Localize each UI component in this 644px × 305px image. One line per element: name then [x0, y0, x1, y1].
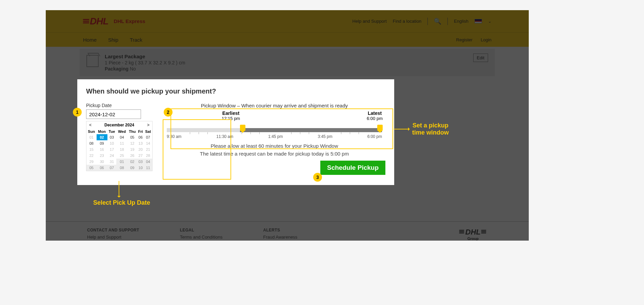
calendar-day[interactable]: 02 [97, 134, 107, 140]
calendar-day[interactable]: 06 [97, 165, 107, 171]
pickup-date-label: Pickup Date [86, 103, 154, 108]
calendar-day[interactable]: 28 [144, 152, 152, 159]
calendar-day[interactable]: 04 [116, 134, 127, 140]
calendar-month: December 2024 [104, 123, 134, 127]
calendar: < December 2024 > SunMonTueWedThuFriSat0… [86, 121, 153, 171]
calendar-day[interactable]: 08 [116, 165, 127, 171]
calendar-day[interactable]: 29 [86, 159, 97, 165]
calendar-day[interactable]: 02 [127, 159, 137, 165]
annotation-marker-3: 3 [313, 173, 322, 182]
calendar-day[interactable]: 31 [107, 159, 117, 165]
annotation-marker-2: 2 [164, 108, 173, 117]
calendar-day[interactable]: 22 [86, 152, 97, 159]
calendar-day[interactable]: 24 [107, 152, 117, 159]
calendar-day[interactable]: 19 [127, 146, 137, 152]
calendar-day[interactable]: 11 [144, 165, 152, 171]
calendar-day[interactable]: 10 [107, 140, 117, 146]
schedule-pickup-button[interactable]: Schedule Pickup [320, 161, 385, 175]
calendar-day[interactable]: 09 [97, 140, 107, 146]
calendar-day[interactable]: 08 [86, 140, 97, 146]
calendar-day[interactable]: 21 [144, 146, 152, 152]
calendar-day[interactable]: 14 [144, 140, 152, 146]
calendar-day[interactable]: 07 [107, 165, 117, 171]
modal-title: When should we pickup your shipment? [86, 87, 385, 95]
calendar-day[interactable]: 12 [127, 140, 137, 146]
pickup-date-input[interactable] [86, 109, 141, 119]
arrow-right-icon [394, 129, 409, 129]
annotation-select-date: Select Pick Up Date [93, 199, 150, 206]
calendar-day[interactable]: 10 [137, 165, 144, 171]
calendar-day[interactable]: 26 [127, 152, 137, 159]
calendar-day[interactable]: 01 [86, 134, 97, 140]
calendar-day[interactable]: 20 [137, 146, 144, 152]
calendar-day[interactable]: 11 [116, 140, 127, 146]
calendar-next[interactable]: > [147, 123, 149, 127]
calendar-day[interactable]: 27 [137, 152, 144, 159]
calendar-day[interactable]: 25 [116, 152, 127, 159]
annotation-set-window: Set a pickuptime window [412, 122, 449, 136]
calendar-day[interactable]: 23 [97, 152, 107, 159]
calendar-day[interactable]: 18 [116, 146, 127, 152]
calendar-day[interactable]: 03 [137, 159, 144, 165]
calendar-day[interactable]: 03 [107, 134, 117, 140]
calendar-day[interactable]: 16 [97, 146, 107, 152]
calendar-day[interactable]: 01 [116, 159, 127, 165]
calendar-day[interactable]: 30 [97, 159, 107, 165]
calendar-day[interactable]: 04 [144, 159, 152, 165]
calendar-day[interactable]: 17 [107, 146, 117, 152]
calendar-day[interactable]: 07 [144, 134, 152, 140]
calendar-day[interactable]: 15 [86, 146, 97, 152]
highlight-slider [170, 108, 393, 149]
calendar-day[interactable]: 06 [137, 134, 144, 140]
calendar-day[interactable]: 05 [86, 165, 97, 171]
calendar-prev[interactable]: < [89, 123, 92, 127]
pickup-window-label: Pickup Window – When courier may arrive … [163, 103, 385, 108]
arrow-down-icon [119, 181, 119, 197]
annotation-marker-1: 1 [73, 108, 82, 117]
calendar-day[interactable]: 09 [127, 165, 137, 171]
calendar-day[interactable]: 13 [137, 140, 144, 146]
calendar-day[interactable]: 05 [127, 134, 137, 140]
